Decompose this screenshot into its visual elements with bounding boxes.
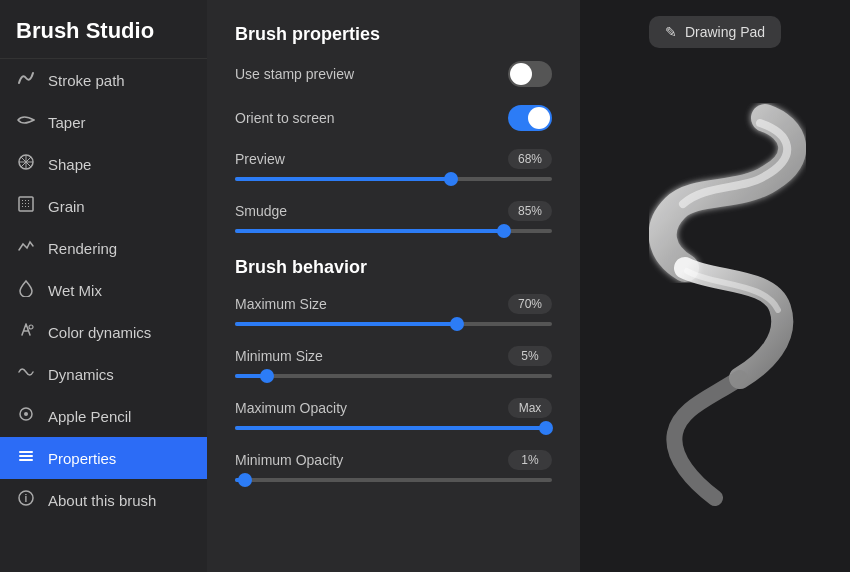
rendering-icon [16, 237, 36, 259]
main-content: Brush properties Use stamp preview Orien… [207, 0, 580, 572]
grain-icon [16, 195, 36, 217]
drawing-pad-area: ✎ Drawing Pad [580, 0, 850, 572]
min-size-slider-label: Minimum Size [235, 348, 323, 364]
drawing-pad-canvas [590, 58, 840, 518]
about-brush-icon: i [16, 489, 36, 511]
sidebar: Brush Studio Stroke path Taper Shape [0, 0, 207, 572]
min-opacity-slider-thumb[interactable] [238, 473, 252, 487]
max-size-slider-track[interactable] [235, 322, 552, 326]
min-opacity-slider-label: Minimum Opacity [235, 452, 343, 468]
max-opacity-slider-thumb[interactable] [539, 421, 553, 435]
brush-behavior-section: Brush behavior Maximum Size 70% Minimum … [235, 257, 552, 482]
sidebar-item-about-brush[interactable]: i About this brush [0, 479, 207, 521]
min-size-slider-thumb[interactable] [260, 369, 274, 383]
max-size-slider-label: Maximum Size [235, 296, 327, 312]
taper-icon [16, 111, 36, 133]
min-size-slider-header: Minimum Size 5% [235, 346, 552, 366]
sidebar-label-apple-pencil: Apple Pencil [48, 408, 131, 425]
sidebar-item-grain[interactable]: Grain [0, 185, 207, 227]
min-size-slider-value: 5% [508, 346, 552, 366]
smudge-slider-track[interactable] [235, 229, 552, 233]
min-size-slider-track[interactable] [235, 374, 552, 378]
color-dynamics-icon [16, 321, 36, 343]
svg-rect-5 [19, 451, 33, 453]
use-stamp-preview-row: Use stamp preview [235, 61, 552, 87]
preview-slider-thumb[interactable] [444, 172, 458, 186]
smudge-slider-fill [235, 229, 504, 233]
orient-to-screen-row: Orient to screen [235, 105, 552, 131]
sidebar-item-color-dynamics[interactable]: Color dynamics [0, 311, 207, 353]
smudge-slider-thumb[interactable] [497, 224, 511, 238]
svg-point-2 [29, 325, 33, 329]
sidebar-label-about-brush: About this brush [48, 492, 156, 509]
smudge-slider-label: Smudge [235, 203, 287, 219]
sidebar-label-dynamics: Dynamics [48, 366, 114, 383]
svg-rect-6 [19, 455, 33, 457]
wet-mix-icon [16, 279, 36, 301]
sidebar-label-rendering: Rendering [48, 240, 117, 257]
sidebar-label-properties: Properties [48, 450, 116, 467]
dynamics-icon [16, 363, 36, 385]
sidebar-item-rendering[interactable]: Rendering [0, 227, 207, 269]
preview-slider-value: 68% [508, 149, 552, 169]
sidebar-label-wet-mix: Wet Mix [48, 282, 102, 299]
preview-slider-track[interactable] [235, 177, 552, 181]
sidebar-label-taper: Taper [48, 114, 86, 131]
smudge-slider-row: Smudge 85% [235, 201, 552, 233]
sidebar-item-stroke-path[interactable]: Stroke path [0, 59, 207, 101]
max-size-slider-fill [235, 322, 457, 326]
use-stamp-preview-label: Use stamp preview [235, 66, 395, 82]
brush-behavior-title: Brush behavior [235, 257, 552, 278]
apple-pencil-icon [16, 405, 36, 427]
drawing-pad-button[interactable]: ✎ Drawing Pad [649, 16, 781, 48]
max-size-slider-header: Maximum Size 70% [235, 294, 552, 314]
stroke-path-icon [16, 69, 36, 91]
sidebar-item-properties[interactable]: Properties [0, 437, 207, 479]
max-opacity-slider-row: Maximum Opacity Max [235, 398, 552, 430]
sidebar-item-wet-mix[interactable]: Wet Mix [0, 269, 207, 311]
orient-to-screen-toggle[interactable] [508, 105, 552, 131]
sidebar-label-shape: Shape [48, 156, 91, 173]
max-size-slider-value: 70% [508, 294, 552, 314]
smudge-slider-value: 85% [508, 201, 552, 221]
shape-icon [16, 153, 36, 175]
min-opacity-slider-row: Minimum Opacity 1% [235, 450, 552, 482]
max-opacity-slider-fill [235, 426, 546, 430]
max-size-slider-row: Maximum Size 70% [235, 294, 552, 326]
sidebar-label-stroke-path: Stroke path [48, 72, 125, 89]
preview-slider-row: Preview 68% [235, 149, 552, 181]
min-opacity-slider-value: 1% [508, 450, 552, 470]
max-opacity-slider-track[interactable] [235, 426, 552, 430]
max-opacity-slider-header: Maximum Opacity Max [235, 398, 552, 418]
orient-to-screen-right [395, 105, 552, 131]
svg-rect-7 [19, 459, 33, 461]
max-size-slider-thumb[interactable] [450, 317, 464, 331]
svg-point-4 [24, 412, 28, 416]
min-opacity-slider-header: Minimum Opacity 1% [235, 450, 552, 470]
use-stamp-preview-right [395, 61, 552, 87]
properties-icon [16, 447, 36, 469]
preview-slider-fill [235, 177, 451, 181]
use-stamp-preview-toggle[interactable] [508, 61, 552, 87]
sidebar-label-grain: Grain [48, 198, 85, 215]
drawing-pad-edit-icon: ✎ [665, 24, 677, 40]
sidebar-item-taper[interactable]: Taper [0, 101, 207, 143]
sidebar-title: Brush Studio [0, 0, 207, 59]
smudge-slider-header: Smudge 85% [235, 201, 552, 221]
orient-to-screen-knob [528, 107, 550, 129]
orient-to-screen-label: Orient to screen [235, 110, 395, 126]
preview-slider-label: Preview [235, 151, 285, 167]
min-size-slider-row: Minimum Size 5% [235, 346, 552, 378]
brush-properties-title: Brush properties [235, 24, 552, 45]
max-opacity-slider-value: Max [508, 398, 552, 418]
min-opacity-slider-track[interactable] [235, 478, 552, 482]
sidebar-label-color-dynamics: Color dynamics [48, 324, 151, 341]
use-stamp-preview-knob [510, 63, 532, 85]
preview-slider-header: Preview 68% [235, 149, 552, 169]
max-opacity-slider-label: Maximum Opacity [235, 400, 347, 416]
drawing-pad-button-label: Drawing Pad [685, 24, 765, 40]
sidebar-item-apple-pencil[interactable]: Apple Pencil [0, 395, 207, 437]
sidebar-item-dynamics[interactable]: Dynamics [0, 353, 207, 395]
sidebar-item-shape[interactable]: Shape [0, 143, 207, 185]
svg-text:i: i [25, 493, 28, 504]
